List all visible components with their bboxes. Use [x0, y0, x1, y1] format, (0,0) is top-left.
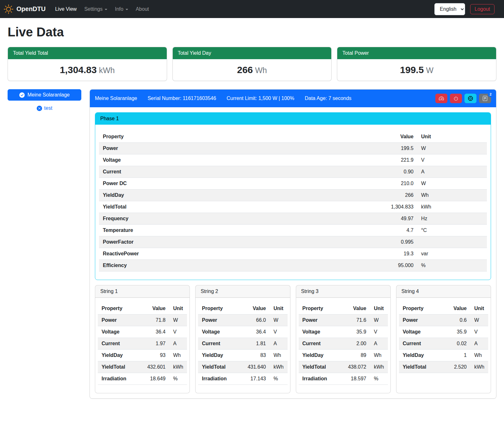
strings-row: String 1 Property Value Unit — [95, 285, 491, 393]
unit-cell: V — [470, 326, 488, 338]
column-header-unit: Unit — [169, 303, 187, 315]
property-cell: Current — [399, 338, 445, 350]
event-log-button[interactable]: 2 — [479, 94, 491, 103]
value-cell: 18.649 — [143, 373, 169, 385]
summary-card-total-yield-total: Total Yield Total 1,304.83kWh — [8, 47, 167, 81]
summary-card-total-power: Total Power 199.5W — [337, 47, 496, 81]
sidebar-item-meine-solaranlage[interactable]: Meine Solaranlage — [8, 89, 81, 101]
value-cell: 1.97 — [143, 338, 169, 350]
summary-card-total-yield-day: Total Yield Day 266Wh — [172, 47, 332, 81]
device-info-button[interactable] — [464, 94, 476, 103]
column-header-property: Property — [99, 131, 376, 143]
power-toggle-button[interactable] — [450, 94, 462, 103]
summary-card-value: 199.5W — [337, 59, 496, 81]
table-row: Frequency49.97Hz — [99, 213, 487, 225]
summary-unit: kWh — [99, 66, 115, 75]
inverter-panel: Meine Solaranlage Serial Number: 1161716… — [90, 89, 496, 399]
top-navbar: OpenDTU Live View Settings Info About En… — [0, 0, 504, 18]
column-header-property: Property — [399, 303, 445, 315]
limit-settings-button[interactable] — [435, 94, 447, 103]
table-row: Power199.5W — [99, 143, 487, 154]
property-cell: YieldTotal — [299, 361, 344, 373]
table-row: Voltage35.9V — [299, 326, 388, 338]
unit-cell: kWh — [417, 201, 487, 213]
summary-card-title: Total Yield Day — [173, 47, 332, 59]
property-cell: Power — [198, 315, 244, 326]
string-card-4: String 4 Property Value Unit — [396, 285, 491, 393]
property-cell: Power — [299, 315, 344, 326]
nav-item-label: Info — [115, 6, 123, 12]
summary-card-value: 266Wh — [173, 59, 332, 81]
property-cell: YieldTotal — [99, 201, 376, 213]
table-row: Voltage36.4V — [98, 326, 187, 338]
sidebar-item-test[interactable]: test — [8, 105, 81, 111]
property-cell: PowerFactor — [99, 236, 376, 248]
table-header-row: Property Value Unit — [399, 303, 488, 315]
property-cell: YieldTotal — [198, 361, 244, 373]
unit-cell: Wh — [270, 350, 288, 361]
string-card-title: String 1 — [95, 285, 190, 298]
table-row: Current2.00A — [299, 338, 388, 350]
value-cell: 0.995 — [376, 236, 417, 248]
unit-cell: W — [270, 315, 288, 326]
language-select[interactable]: English — [434, 3, 465, 15]
value-cell: 71.6 — [344, 315, 370, 326]
logout-button[interactable]: Logout — [470, 4, 495, 14]
string-table-body: Power71.6WVoltage35.9VCurrent2.00AYieldD… — [299, 315, 388, 385]
summary-unit: Wh — [255, 66, 267, 75]
table-row: YieldTotal1,304.833kWh — [99, 201, 487, 213]
value-cell: 36.4 — [244, 326, 270, 338]
nav-item-live-view[interactable]: Live View — [51, 4, 80, 15]
inverter-serial: Serial Number: 116171603546 — [147, 96, 216, 101]
value-cell: 2.520 — [445, 361, 470, 373]
x-circle-icon — [37, 106, 42, 111]
table-row: Current0.02A — [399, 338, 488, 350]
string-table-body: Power66.0WVoltage36.4VCurrent1.81AYieldD… — [198, 315, 287, 385]
table-row: Power0.6W — [399, 315, 488, 326]
table-row: Irradiation17.143% — [198, 373, 287, 385]
property-cell: YieldDay — [399, 350, 445, 361]
summary-unit: W — [426, 66, 433, 75]
table-row: Irradiation18.597% — [299, 373, 388, 385]
table-row: YieldDay93Wh — [98, 350, 187, 361]
unit-cell: Wh — [470, 350, 488, 361]
inverter-limit: Current Limit: 1,500 W | 100% — [227, 96, 294, 101]
unit-cell: V — [169, 326, 187, 338]
column-header-value: Value — [445, 303, 470, 315]
string-table-body: Power71.8WVoltage36.4VCurrent1.97AYieldD… — [98, 315, 187, 385]
value-cell: 0.6 — [445, 315, 470, 326]
table-row: Voltage36.4V — [198, 326, 287, 338]
table-row: Voltage221.9V — [99, 154, 487, 166]
unit-cell: A — [417, 166, 487, 178]
column-header-unit: Unit — [370, 303, 388, 315]
string-table: Property Value Unit Power71.6WVoltage35.… — [299, 303, 388, 385]
brand[interactable]: OpenDTU — [4, 4, 46, 14]
nav-item-about[interactable]: About — [132, 4, 153, 15]
limit-gauge-icon — [439, 96, 444, 101]
nav-item-info[interactable]: Info — [111, 4, 132, 15]
string-card-title: String 2 — [196, 285, 290, 298]
table-row: YieldTotal432.601kWh — [98, 361, 187, 373]
phase-card-title: Phase 1 — [95, 113, 491, 125]
property-cell: Irradiation — [299, 373, 344, 385]
value-cell: 438.072 — [344, 361, 370, 373]
event-log-icon — [482, 96, 488, 101]
unit-cell: Wh — [417, 190, 487, 201]
value-cell: 1.81 — [244, 338, 270, 350]
value-cell: 83 — [244, 350, 270, 361]
unit-cell: Wh — [169, 350, 187, 361]
device-info-cpu-icon — [468, 96, 473, 101]
column-header-value: Value — [344, 303, 370, 315]
string-card-3: String 3 Property Value Unit — [296, 285, 391, 393]
table-header-row: Property Value Unit — [198, 303, 287, 315]
string-card-1: String 1 Property Value Unit — [95, 285, 190, 393]
summary-value: 1,304.83 — [60, 65, 97, 75]
event-count-badge: 2 — [488, 92, 493, 97]
unit-cell: °C — [417, 225, 487, 236]
column-header-property: Property — [198, 303, 244, 315]
main-grid: Meine Solaranlage test Meine Solaranlage… — [8, 89, 496, 399]
column-header-property: Property — [299, 303, 344, 315]
page-title: Live Data — [8, 25, 496, 39]
nav-item-settings[interactable]: Settings — [80, 4, 111, 15]
value-cell: 431.640 — [244, 361, 270, 373]
